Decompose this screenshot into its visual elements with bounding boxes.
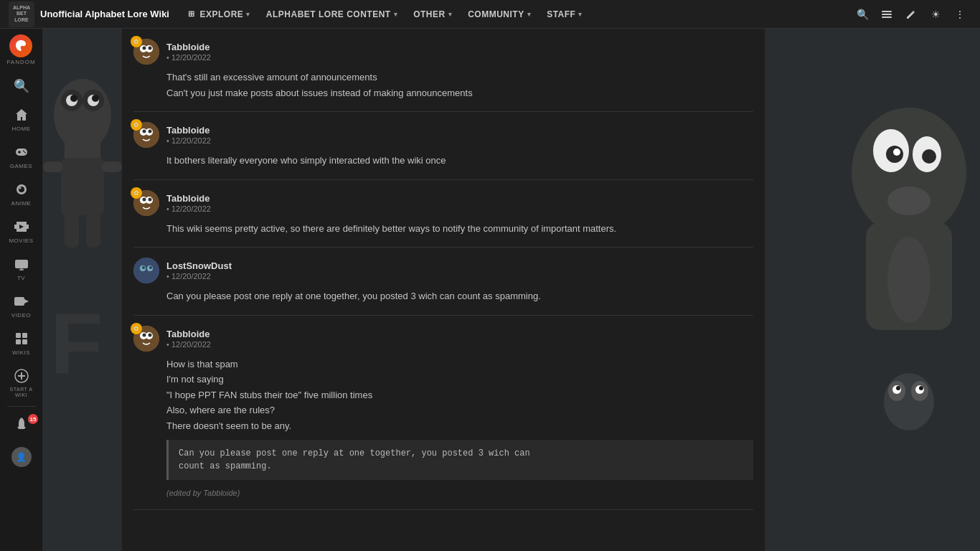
avatar-wrapper <box>133 258 159 283</box>
comment-line: This wiki seems pretty active, so there … <box>166 222 753 236</box>
wiki-activity-button[interactable] <box>875 3 898 26</box>
community-chevron-icon: ▾ <box>527 11 532 18</box>
sidebar-start-wiki-label: START AWIKI <box>10 387 33 397</box>
alphabet-lore-chevron-icon: ▾ <box>394 11 398 18</box>
notification-badge: 15 <box>28 414 38 424</box>
thread-container[interactable]: ✿Tabbloide• 12/20/2022That's still an ex… <box>122 29 765 551</box>
fandom-logo <box>9 34 32 57</box>
comment-body: It bothers literally everyone who simply… <box>133 154 753 169</box>
comment-header: ✿Tabbloide• 12/20/2022 <box>133 190 753 216</box>
theme-button[interactable]: ☀ <box>924 3 947 26</box>
nav-explore[interactable]: ⊞ EXPLORE ▾ <box>181 0 258 29</box>
svg-point-51 <box>143 130 146 133</box>
comment-line: I'm not saying <box>166 372 753 387</box>
comment-line: "I hope PPT FAN stubs their toe" five mi… <box>166 388 753 402</box>
sidebar-item-tv[interactable]: TV <box>0 250 42 287</box>
sidebar-notifications[interactable]: 15 <box>0 410 42 438</box>
more-options-button[interactable]: ⋮ <box>948 3 971 26</box>
sidebar-item-video[interactable]: VIDEO <box>0 287 42 324</box>
video-icon <box>13 293 30 310</box>
comment-block: ✿Tabbloide• 12/20/2022This wiki seems pr… <box>133 180 753 248</box>
svg-rect-37 <box>61 158 104 215</box>
fandom-brand[interactable]: FANDOM <box>4 34 39 69</box>
comment-meta: LostSnowDust• 12/20/2022 <box>166 260 232 281</box>
nav-alphabet-lore-content[interactable]: ALPHABET LORE CONTENT ▾ <box>259 0 405 29</box>
svg-text:F: F <box>50 295 103 391</box>
avatar[interactable] <box>133 258 159 283</box>
svg-point-84 <box>919 386 923 390</box>
comment-meta: Tabbloide• 12/20/2022 <box>166 329 211 349</box>
comment-body: That's still an excessive amount of anno… <box>133 70 753 101</box>
notifications-icon: 15 <box>13 415 30 433</box>
svg-rect-21 <box>16 333 21 338</box>
comment-header: ✿Tabbloide• 12/20/2022 <box>133 122 753 148</box>
comment-meta: Tabbloide• 12/20/2022 <box>166 193 211 213</box>
nav-community[interactable]: COMMUNITY ▾ <box>461 0 538 29</box>
svg-rect-39 <box>102 161 122 172</box>
sidebar-item-wikis[interactable]: WIKIS <box>0 324 42 362</box>
quote-block: Can you please post one reply at one tog… <box>166 440 753 480</box>
svg-rect-5 <box>19 151 20 154</box>
wiki-title: Unofficial Alphabet Lore Wiki <box>40 9 169 19</box>
svg-point-35 <box>92 95 99 102</box>
svg-point-78 <box>884 373 934 430</box>
comment-date: • 12/20/2022 <box>166 340 211 349</box>
search-button[interactable]: 🔍 <box>851 3 874 26</box>
explore-chevron-icon: ▾ <box>246 11 250 18</box>
comment-header: ✿Tabbloide• 12/20/2022 <box>133 326 753 352</box>
editor-button[interactable] <box>900 3 923 26</box>
content-area: ✿Tabbloide• 12/20/2022That's still an ex… <box>122 29 765 551</box>
comment-body: Can you please post one reply at one tog… <box>133 289 753 305</box>
nav-right-icons: 🔍 ☀ ⋮ <box>851 3 971 26</box>
sidebar-divider <box>7 406 36 407</box>
svg-point-34 <box>70 95 77 102</box>
comment-body: How is that spamI'm not saying"I hope PP… <box>133 357 753 499</box>
comment-username[interactable]: Tabbloide <box>166 125 211 136</box>
sidebar-user-avatar[interactable]: 👤 <box>0 438 42 476</box>
svg-point-77 <box>887 237 930 323</box>
comment-username[interactable]: Tabbloide <box>166 329 211 339</box>
sidebar-item-start-wiki[interactable]: START AWIKI <box>0 362 42 403</box>
svg-point-61 <box>142 266 145 269</box>
search-icon: 🔍 <box>13 77 30 95</box>
svg-rect-24 <box>22 339 27 344</box>
svg-point-52 <box>149 130 152 133</box>
comment-username[interactable]: Tabbloide <box>166 193 211 204</box>
svg-point-62 <box>149 266 152 269</box>
svg-point-46 <box>143 47 146 50</box>
wiki-logo-area[interactable]: ALPHABETLORE Unofficial Alphabet Lore Wi… <box>9 1 169 27</box>
sidebar-home-label: HOME <box>12 126 31 132</box>
badge-flower-icon: ✿ <box>131 36 142 47</box>
comment-body: This wiki seems pretty active, so there … <box>133 222 753 237</box>
top-navigation: ALPHABETLORE Unofficial Alphabet Lore Wi… <box>0 0 980 29</box>
sidebar-tv-label: TV <box>17 275 25 281</box>
comment-meta: Tabbloide• 12/20/2022 <box>166 42 211 62</box>
comment-username[interactable]: Tabbloide <box>166 42 211 52</box>
svg-point-6 <box>23 151 24 152</box>
comment-line: How is that spam <box>166 357 753 372</box>
svg-rect-1 <box>882 14 892 15</box>
comment-line: That's still an excessive amount of anno… <box>166 70 753 85</box>
sidebar-item-games[interactable]: GAMES <box>0 138 42 175</box>
svg-point-10 <box>19 187 21 189</box>
svg-point-7 <box>24 152 26 154</box>
sidebar-item-search[interactable]: 🔍 <box>0 72 42 100</box>
sidebar-item-movies[interactable]: MOVIES <box>0 212 42 250</box>
comment-header: LostSnowDust• 12/20/2022 <box>133 258 753 283</box>
sidebar-item-anime[interactable]: ANIME <box>0 175 42 212</box>
svg-rect-22 <box>22 333 27 338</box>
sidebar-item-home[interactable]: HOME <box>0 100 42 138</box>
comment-username[interactable]: LostSnowDust <box>166 260 232 271</box>
comment-line: Can you please post one reply at one tog… <box>166 289 753 303</box>
sidebar-movies-label: MOVIES <box>9 237 33 244</box>
svg-rect-0 <box>882 11 892 12</box>
nav-other[interactable]: OTHER ▾ <box>406 0 459 29</box>
other-chevron-icon: ▾ <box>448 11 453 18</box>
svg-point-74 <box>893 149 900 156</box>
svg-point-66 <box>143 333 146 336</box>
svg-point-67 <box>149 333 152 336</box>
sidebar-wikis-label: WIKIS <box>12 349 30 356</box>
nav-staff[interactable]: STAFF ▾ <box>540 0 590 29</box>
svg-marker-20 <box>24 299 29 303</box>
sidebar-games-label: GAMES <box>10 163 32 169</box>
